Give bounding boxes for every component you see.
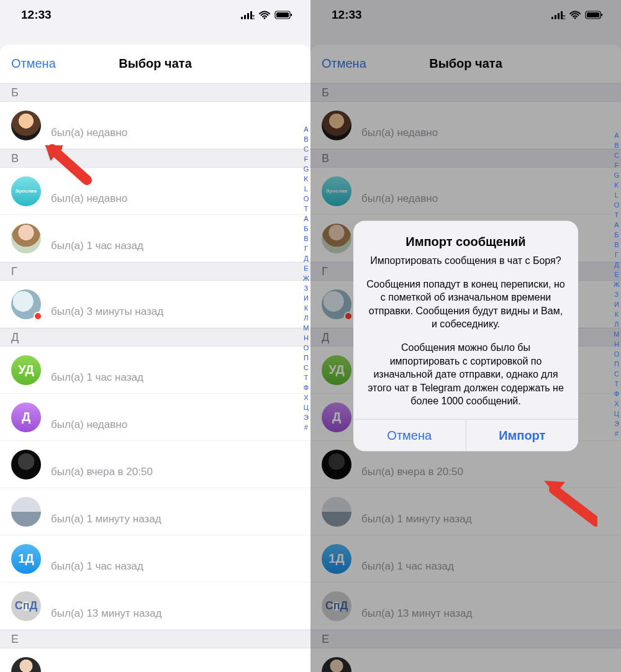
nav-bar: Отмена Выбор чата [0,45,310,83]
list-item[interactable]: был(а) недавно [0,102,310,149]
list-item[interactable]: 1Д был(а) 1 час назад [0,535,310,583]
dialog-title: Импорт сообщений [366,235,566,249]
contact-name [51,225,299,238]
contact-status: был(а) 1 минуту назад [51,513,299,525]
status-time: 12:33 [21,8,52,22]
contact-name [51,658,299,672]
status-bar: 12:33 ! [0,0,310,30]
contact-name [51,404,299,417]
contact-name [51,545,299,559]
contact-name [51,356,299,370]
contact-status: был(а) недавно [51,193,299,205]
contact-status: был(а) недавно [51,419,299,431]
list-item[interactable]: был(а) 3 минуты назад [0,281,310,328]
contact-name [51,291,299,304]
avatar: 1Д [11,544,41,574]
svg-rect-0 [241,17,243,19]
contact-status: был(а) 1 час назад [51,371,299,384]
svg-rect-9 [291,14,292,16]
list-item[interactable]: был(а) 3 минуты назад [0,648,310,672]
avatar [11,224,41,253]
dialog-import-button[interactable]: Импорт [466,419,579,451]
svg-rect-1 [244,15,246,19]
section-header-g: Г [0,262,310,281]
svg-text:!: ! [253,16,254,19]
svg-point-6 [264,17,266,19]
avatar [11,450,41,479]
index-bar[interactable]: ABCFGKLOTАБВГДЕЖЗИКЛМНОПСТФХЦЭ# [303,124,309,432]
list-item[interactable]: Д был(а) недавно [0,394,310,441]
contact-name [51,498,299,512]
screen-left: 12:33 ! Отмена Выбор чата Б был(а) недав… [0,0,310,672]
contact-status: был(а) 13 минут назад [51,607,299,620]
avatar: Д [11,402,41,432]
dialog-text: Импортировать сообщения в чат с Боря? Со… [366,254,566,408]
arrow-annotation-icon [542,478,597,528]
contact-status: был(а) недавно [51,127,299,139]
index-bar[interactable]: ABCFGKLOTАБВГДЕЖЗИКЛМНОПСТФХЦЭ# [614,130,620,438]
contact-name [51,451,299,465]
cancel-button[interactable]: Отмена [11,57,56,71]
battery-icon [274,11,293,19]
sheet: Отмена Выбор чата Б был(а) недавно В Эро… [0,45,310,672]
avatar [11,657,41,673]
cellular-icon: ! [241,11,255,19]
status-icons: ! [241,11,293,19]
screen-right: 12:33 ! Отмена Выбор чата Б был(а) недав… [310,0,621,672]
avatar: Эрослав [11,176,41,206]
arrow-annotation-icon [43,144,93,188]
avatar: УД [11,355,41,385]
status-badge [34,312,42,320]
avatar: СпД [11,591,41,621]
avatar [11,497,41,527]
contact-status: был(а) 1 час назад [51,560,299,573]
dialog-cancel-button[interactable]: Отмена [353,419,466,451]
list-item[interactable]: СпД был(а) 13 минут назад [0,583,310,630]
section-header-d: Д [0,328,310,347]
avatar [11,111,41,140]
avatar [11,289,41,319]
section-header-e: Е [0,630,310,648]
contact-status: был(а) 1 час назад [51,240,299,252]
contact-name [51,593,299,606]
svg-rect-2 [247,13,249,19]
svg-rect-8 [276,12,289,17]
list-item[interactable]: был(а) вчера в 20:50 [0,441,310,488]
list-item[interactable]: УД был(а) 1 час назад [0,347,310,394]
wifi-icon [258,11,271,19]
list-item[interactable]: был(а) 1 час назад [0,215,310,262]
contact-name [51,112,299,125]
contact-status: был(а) 3 минуты назад [51,306,299,318]
list-item[interactable]: был(а) 1 минуту назад [0,488,310,535]
contact-status: был(а) вчера в 20:50 [51,466,299,478]
section-header-b: Б [0,83,310,102]
import-dialog: Импорт сообщений Импортировать сообщения… [353,221,578,452]
